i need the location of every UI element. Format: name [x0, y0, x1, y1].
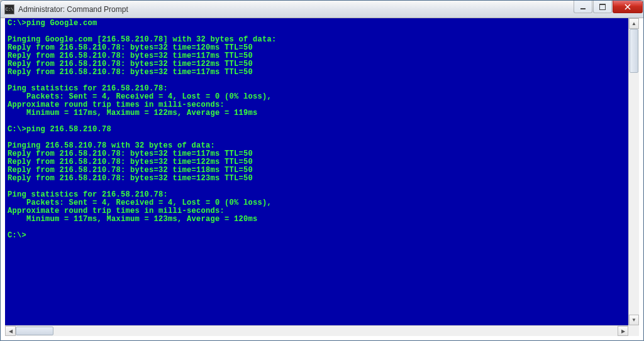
minimize-button[interactable] — [574, 1, 592, 13]
window-title: Administrator: Command Prompt — [18, 5, 128, 14]
scroll-left-button[interactable]: ◀ — [5, 326, 16, 336]
scroll-down-button[interactable]: ▼ — [629, 315, 639, 325]
scroll-track-horizontal[interactable] — [16, 326, 618, 336]
scroll-thumb-vertical[interactable] — [630, 29, 638, 73]
scroll-thumb-horizontal[interactable] — [16, 327, 53, 335]
scroll-track-vertical[interactable] — [629, 29, 639, 315]
maximize-button[interactable] — [593, 1, 612, 13]
bottom-scroll-row: ◀ ▶ — [5, 325, 639, 336]
scroll-right-button[interactable]: ▶ — [618, 326, 628, 336]
client-area: C:\>ping Google.com Pinging Google.com [… — [5, 18, 639, 336]
scroll-up-button[interactable]: ▲ — [629, 18, 639, 29]
vertical-scrollbar[interactable]: ▲ ▼ — [628, 18, 639, 325]
scrollbar-corner — [628, 325, 639, 336]
window-controls — [574, 1, 643, 13]
command-prompt-window: C:\ Administrator: Command Prompt C:\>pi… — [0, 0, 644, 341]
titlebar[interactable]: C:\ Administrator: Command Prompt — [1, 1, 643, 18]
app-icon: C:\ — [4, 4, 14, 14]
horizontal-scrollbar[interactable]: ◀ ▶ — [5, 325, 628, 336]
terminal-area: C:\>ping Google.com Pinging Google.com [… — [5, 18, 639, 325]
terminal-output[interactable]: C:\>ping Google.com Pinging Google.com [… — [5, 18, 628, 325]
close-icon — [625, 4, 631, 10]
close-button[interactable] — [613, 1, 643, 13]
